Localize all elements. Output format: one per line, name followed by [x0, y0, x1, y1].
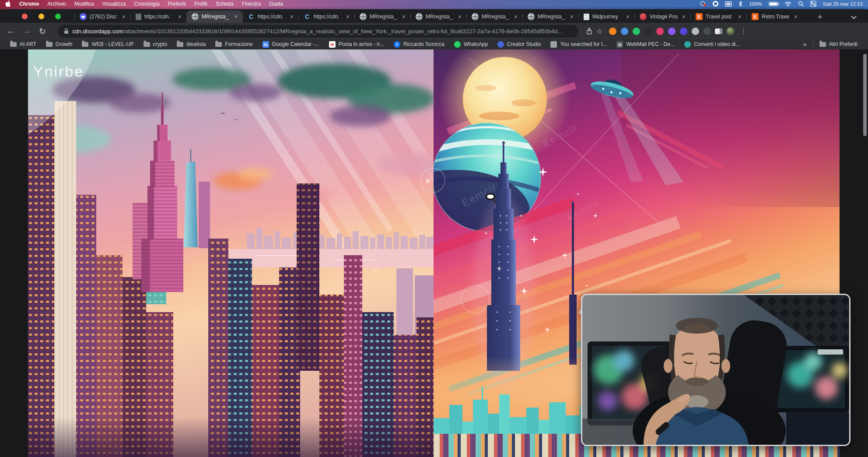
browser-tab[interactable]: E Retro Trave ×: [746, 11, 802, 23]
apple-logo-icon[interactable]: [5, 0, 11, 7]
side-panel-icon[interactable]: [715, 28, 722, 34]
tab-search-chevron-icon[interactable]: [851, 14, 857, 19]
browser-tab[interactable]: https://cdn. ×: [130, 11, 186, 23]
browser-tab[interactable]: C https://cdn. ×: [298, 11, 354, 23]
browser-tab[interactable]: Midjourney ×: [578, 11, 634, 23]
tab-close-icon[interactable]: ×: [401, 13, 407, 20]
page-favicon-icon: [136, 14, 141, 20]
blue-extension-icon[interactable]: [621, 28, 628, 35]
bookmark-item[interactable]: WhatsApp: [450, 40, 492, 49]
browser-tab[interactable]: MRregista_ ×: [522, 11, 578, 23]
screen-record-icon[interactable]: [700, 1, 706, 7]
tab-close-icon[interactable]: ×: [793, 13, 799, 20]
lock-icon[interactable]: [64, 28, 69, 34]
browser-tab[interactable]: (2762) Disc ×: [74, 11, 130, 23]
reload-button[interactable]: ↻: [36, 25, 49, 38]
bookmark-label: Growth: [56, 41, 73, 47]
carousel-prev-arrow[interactable]: [420, 168, 445, 193]
indigo-extension-icon[interactable]: [680, 28, 687, 35]
tab-title: MRregista_: [202, 14, 230, 20]
folder-icon: [82, 42, 88, 47]
browser-tab[interactable]: MRregista_ ×: [410, 11, 466, 23]
menu-item[interactable]: Guida: [269, 1, 283, 7]
bookmark-star-icon[interactable]: ☆: [596, 27, 602, 35]
globe-favicon-icon: [360, 13, 367, 20]
menu-item[interactable]: Scheda: [216, 1, 234, 7]
tab-close-icon[interactable]: ×: [625, 13, 631, 20]
bookmark-item[interactable]: M Posta in arrivo - ri...: [325, 40, 388, 49]
other-bookmarks-folder[interactable]: Altri Preferiti: [815, 40, 862, 48]
vertical-scrollbar-thumb[interactable]: [863, 54, 867, 136]
green-extension-icon[interactable]: [633, 28, 640, 35]
browser-tab[interactable]: E Travel post ×: [690, 11, 746, 23]
menu-item[interactable]: Visualizza: [102, 1, 126, 7]
share-icon[interactable]: [586, 28, 592, 35]
tab-close-icon[interactable]: ×: [569, 13, 575, 20]
forward-button[interactable]: →: [20, 25, 33, 38]
bookmark-item[interactable]: Converti i video di...: [680, 40, 744, 49]
bookmarks-overflow-chevron[interactable]: »: [799, 41, 811, 48]
minimize-window-button[interactable]: [38, 14, 44, 19]
menu-item[interactable]: Chrome: [19, 1, 39, 7]
orange-fox-extension-icon[interactable]: [609, 28, 616, 35]
tab-close-icon[interactable]: ×: [289, 13, 295, 20]
display-icon[interactable]: [725, 1, 732, 7]
browser-tab[interactable]: MRregista_ ×: [186, 11, 242, 23]
dark-circle-extension-icon[interactable]: [644, 28, 652, 35]
wifi-icon[interactable]: [784, 1, 791, 7]
browser-tab[interactable]: MRregista_ ×: [466, 11, 522, 23]
bookmark-item[interactable]: f Riccardo Scrocca: [390, 40, 448, 49]
bookmark-item[interactable]: @ WebMail PEC - De...: [612, 40, 678, 49]
menu-item[interactable]: Cronologia: [134, 1, 160, 7]
bookmark-item[interactable]: You searched for I...: [546, 40, 611, 49]
menu-bar-clock[interactable]: Sab 25 mar 12:13: [823, 1, 863, 7]
purple-extension-icon[interactable]: [668, 28, 676, 35]
bookmark-label: Posta in arrivo - ri...: [339, 41, 384, 47]
tab-close-icon[interactable]: ×: [457, 13, 463, 20]
spotlight-search-icon[interactable]: [798, 1, 804, 7]
bookmark-label: WEB - LEVEL-UP: [91, 41, 133, 47]
tab-close-icon[interactable]: ×: [345, 13, 351, 20]
tab-close-icon[interactable]: ×: [121, 13, 127, 20]
address-bar[interactable]: cdn.discordapp.com/attachments/101351233…: [58, 25, 578, 38]
control-center-icon[interactable]: [810, 1, 816, 7]
tab-close-icon[interactable]: ×: [513, 13, 519, 20]
donut-app-icon[interactable]: [713, 1, 718, 7]
screen: Chrome Archivio Modifica Visualizza Cron…: [0, 0, 868, 457]
menu-bar-left: Chrome Archivio Modifica Visualizza Cron…: [5, 0, 283, 7]
menu-item[interactable]: Preferiti: [168, 1, 186, 7]
bookmark-item[interactable]: Growth: [42, 40, 77, 48]
window-controls: [22, 14, 61, 19]
pink-extension-icon[interactable]: [656, 28, 664, 35]
document-favicon-icon: [584, 14, 589, 20]
menu-item[interactable]: Profili: [194, 1, 207, 7]
profile-avatar[interactable]: [726, 27, 735, 35]
incognito-extension-icon[interactable]: [704, 28, 711, 35]
bookmark-item[interactable]: idealista: [173, 40, 210, 48]
tab-title: MRregista_: [482, 14, 510, 20]
back-button[interactable]: ←: [4, 25, 18, 38]
tab-close-icon[interactable]: ×: [737, 13, 743, 20]
tab-close-icon[interactable]: ×: [177, 13, 183, 20]
browser-tab[interactable]: C https://cdn. ×: [242, 11, 298, 23]
zoom-window-button[interactable]: [55, 14, 61, 19]
new-tab-button[interactable]: +: [815, 12, 825, 22]
menu-item[interactable]: Finestra: [242, 1, 261, 7]
bookmark-item[interactable]: WEB - LEVEL-UP: [78, 40, 137, 48]
bluetooth-icon[interactable]: [738, 1, 742, 7]
chrome-menu-icon[interactable]: ⋮: [738, 27, 749, 35]
browser-tab[interactable]: Vintage Pos ×: [634, 11, 690, 23]
bookmark-item[interactable]: 31 Google Calendar -...: [259, 40, 323, 49]
bookmark-item[interactable]: Creator Studio: [494, 40, 545, 49]
tab-close-icon[interactable]: ×: [233, 13, 239, 20]
apps-grid-extension-icon[interactable]: [692, 28, 699, 35]
desk: [786, 412, 849, 445]
bookmark-item[interactable]: crypto: [140, 40, 172, 48]
menu-item[interactable]: Modifica: [74, 1, 94, 7]
close-window-button[interactable]: [22, 14, 28, 19]
tab-close-icon[interactable]: ×: [681, 13, 687, 20]
bookmark-item[interactable]: Formazione: [211, 40, 256, 48]
browser-tab[interactable]: MRregista_ ×: [354, 11, 410, 23]
menu-item[interactable]: Archivio: [47, 1, 66, 7]
bookmark-item[interactable]: AI ART: [6, 40, 40, 48]
